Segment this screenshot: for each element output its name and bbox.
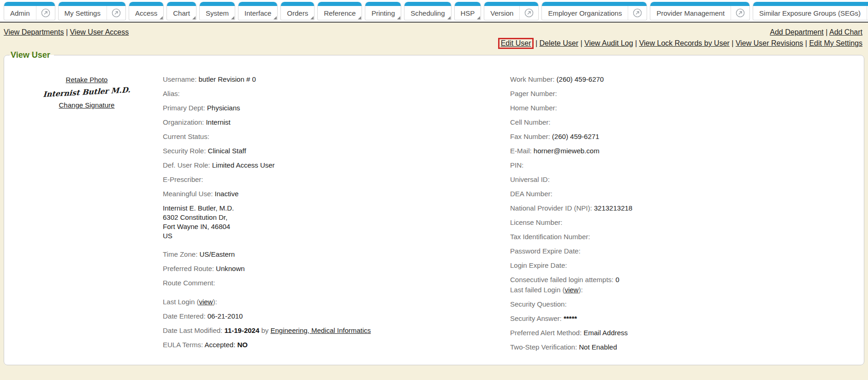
tab-printing[interactable]: Printing <box>365 2 401 20</box>
field-value: US/Eastern <box>199 250 235 258</box>
tab-interface[interactable]: Interface <box>238 2 278 20</box>
tab-scheduling[interactable]: Scheduling <box>404 2 451 20</box>
tab-admin[interactable]: Admin <box>4 2 55 20</box>
field-label: DEA Number: <box>510 190 553 198</box>
field-group: Work Number: (260) 459-6270Pager Number:… <box>510 75 857 198</box>
change-signature-link[interactable]: Change Signature <box>59 101 115 109</box>
toolbar-right-links: Add Department | Add Chart Edit User | D… <box>499 28 862 48</box>
field-label: EULA Terms: <box>163 341 205 349</box>
field-value: Internist <box>206 118 230 126</box>
tab-label: HSP <box>455 2 481 20</box>
field-label: Work Number: <box>510 75 557 83</box>
external-link-icon[interactable] <box>628 2 647 20</box>
tab-label: Admin <box>4 2 36 20</box>
field-row: Date Entered: 06-21-2010 <box>163 312 510 320</box>
field-bold: ***** <box>564 314 577 322</box>
view-departments-link[interactable]: View Departments <box>4 28 64 36</box>
view-audit-log-link[interactable]: View Audit Log <box>584 39 633 47</box>
field-row: Login Expire Date: <box>510 261 857 270</box>
field-label: Pager Number: <box>510 90 557 97</box>
tab-label: Printing <box>365 2 401 20</box>
external-link-icon[interactable] <box>107 2 125 20</box>
delete-user-link[interactable]: Delete User <box>540 39 578 47</box>
field-label: Time Zone: <box>163 250 199 258</box>
tab-orders[interactable]: Orders <box>280 2 315 20</box>
field-value: Clinical Staff <box>208 147 246 155</box>
address-block: Internist E. Butler, M.D.6302 Constituti… <box>163 204 510 241</box>
field-value: 0 <box>615 276 619 283</box>
view-link[interactable]: view <box>565 286 578 294</box>
field-label: Universal ID: <box>510 175 550 183</box>
external-link-icon[interactable] <box>731 2 749 20</box>
retake-photo-link[interactable]: Retake Photo <box>66 76 108 84</box>
field-group: Internist E. Butler, M.D.6302 Constituti… <box>163 204 510 241</box>
main-nav-tabs: AdminMy SettingsAccessChartSystemInterfa… <box>0 0 868 20</box>
photo-signature-column: Retake Photo Internist Butler M.D. Chang… <box>11 75 163 357</box>
field-bold: NO <box>237 341 248 349</box>
field-label: E-Prescriber: <box>163 175 203 183</box>
field-label: Security Answer: <box>510 314 564 322</box>
tab-hsp[interactable]: HSP <box>454 2 482 20</box>
field-label: Meaningful Use: <box>163 190 215 198</box>
field-row: Two-Step Verification: Not Enabled <box>510 343 857 351</box>
add-chart-link[interactable]: Add Chart <box>829 28 862 36</box>
tab-label: Similar Exposure Groups (SEGs) <box>753 2 867 20</box>
tab-chart[interactable]: Chart <box>166 2 196 20</box>
view-user-revisions-link[interactable]: View User Revisions <box>736 39 803 47</box>
field-value: (260) 459-6270 <box>557 75 604 83</box>
field-label: Cell Number: <box>510 118 551 126</box>
edit-my-settings-link[interactable]: Edit My Settings <box>809 39 862 47</box>
tab-reference[interactable]: Reference <box>317 2 362 20</box>
tab-version[interactable]: Version <box>484 2 539 20</box>
field-label: Preferred Route: <box>163 265 216 272</box>
field-value: 3213213218 <box>594 204 632 212</box>
field-row: National Provider ID (NPI): 3213213218 <box>510 204 857 212</box>
tab-system[interactable]: System <box>199 2 235 20</box>
tab-label: Version <box>484 2 519 20</box>
field-row: Username: butler Revision # 0 <box>163 75 510 84</box>
tab-employer-organizations[interactable]: Employer Organizations <box>541 2 647 20</box>
field-label: PIN: <box>510 161 523 169</box>
field-label: Alias: <box>163 90 180 97</box>
field-label: Current Status: <box>163 133 209 140</box>
field-label: Login Expire Date: <box>510 261 567 269</box>
field-row: Organization: Internist <box>163 118 510 127</box>
view-link[interactable]: view <box>199 298 213 306</box>
external-link-icon[interactable] <box>519 2 538 20</box>
field-label: Password Expire Date: <box>510 247 581 255</box>
field-value: 06-21-2010 <box>208 312 243 320</box>
view-user-content: Retake Photo Internist Butler M.D. Chang… <box>11 60 857 357</box>
signature-image: Internist Butler M.D. <box>11 84 163 100</box>
field-label: Preferred Alert Method: <box>510 329 583 337</box>
external-link-icon[interactable] <box>36 2 55 20</box>
field-group: Last Login (view):Date Entered: 06-21-20… <box>163 297 510 349</box>
view-lock-records-by-user-link[interactable]: View Lock Records by User <box>639 39 730 47</box>
tab-similar-exposure-groups-segs[interactable]: Similar Exposure Groups (SEGs) <box>753 2 868 20</box>
user-fields-left-column: Username: butler Revision # 0Alias:Prima… <box>163 75 510 357</box>
field-row: Preferred Route: Unknown <box>163 264 510 273</box>
tab-label: System <box>200 2 235 20</box>
field-row: Route Comment: <box>163 278 510 287</box>
tab-label: Employer Organizations <box>542 2 628 20</box>
tab-my-settings[interactable]: My Settings <box>58 2 126 20</box>
tab-label: My Settings <box>59 2 107 20</box>
field-label: Last failed Login ( <box>510 286 565 294</box>
field-label: Primary Dept: <box>163 104 207 112</box>
field-value: Physicians <box>207 104 240 112</box>
field-group: Password Expire Date:Login Expire Date:C… <box>510 247 857 351</box>
field-row: EULA Terms: Accepted: NO <box>163 340 510 349</box>
field-label: Security Question: <box>510 300 567 308</box>
tab-label: Orders <box>281 2 314 20</box>
add-department-link[interactable]: Add Department <box>770 28 824 36</box>
tab-label: Chart <box>167 2 196 20</box>
field-row: DEA Number: <box>510 189 857 198</box>
field-label: National Provider ID (NPI): <box>510 204 594 212</box>
edit-user-link[interactable]: Edit User <box>501 39 531 47</box>
field-row: Security Role: Clinical Staff <box>163 146 510 155</box>
view-user-access-link[interactable]: View User Access <box>70 28 129 36</box>
tab-access[interactable]: Access <box>129 2 164 20</box>
field-label: Two-Step Verification: <box>510 343 579 351</box>
engineering-medical-informatics-link[interactable]: Engineering, Medical Informatics <box>271 326 371 334</box>
field-label: Consecutive failed login attempts: <box>510 276 615 283</box>
tab-provider-management[interactable]: Provider Management <box>650 2 750 20</box>
